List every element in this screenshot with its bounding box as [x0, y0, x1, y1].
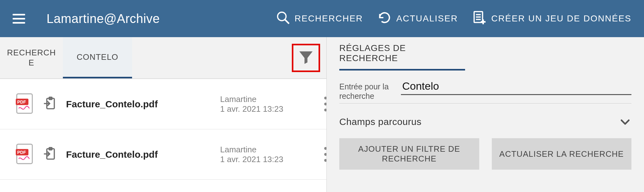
search-entry-input[interactable]	[401, 79, 631, 95]
header-actions: RECHERCHER ACTUALISER CRÉER UN JEU DE DO…	[276, 10, 631, 27]
file-author: Lamartine	[220, 94, 302, 104]
create-dataset-icon	[472, 10, 487, 27]
file-name: Facture_Contelo.pdf	[66, 149, 158, 160]
file-author: Lamartine	[220, 145, 302, 155]
search-action[interactable]: RECHERCHER	[276, 10, 363, 27]
tab-recherche[interactable]: RECHERCHE	[0, 37, 63, 78]
search-label: RECHERCHER	[295, 14, 363, 24]
create-dataset-action[interactable]: CRÉER UN JEU DE DONNÉES	[472, 10, 631, 27]
add-filter-button[interactable]: AJOUTER UN FILTRE DE RECHERCHE	[339, 138, 479, 170]
refresh-search-label: ACTUALISER LA RECHERCHE	[499, 149, 624, 159]
search-settings-title: RÉGLAGES DE RECHERCHE	[339, 37, 465, 71]
file-date: 1 avr. 2021 13:23	[220, 104, 302, 114]
svg-text:PDF: PDF	[17, 150, 26, 155]
tab-contelo[interactable]: CONTELO	[63, 37, 132, 78]
search-entry-label: Entrée pour la recherche	[339, 79, 393, 101]
filter-icon	[297, 48, 315, 67]
search-entry-row: Entrée pour la recherche	[339, 71, 631, 104]
pdf-icon: PDF	[16, 93, 33, 116]
file-name: Facture_Contelo.pdf	[66, 99, 158, 110]
import-icon	[43, 97, 57, 112]
svg-line-1	[285, 19, 289, 23]
refresh-search-button[interactable]: ACTUALISER LA RECHERCHE	[492, 138, 632, 170]
svg-text:PDF: PDF	[17, 99, 26, 104]
tab-recherche-label: RECHERCHE	[6, 48, 57, 67]
panel-button-row: AJOUTER UN FILTRE DE RECHERCHE ACTUALISE…	[339, 128, 631, 170]
file-date: 1 avr. 2021 13:23	[220, 155, 302, 164]
champs-label: Champs parcourus	[339, 116, 421, 127]
app-header: Lamartine@Archive RECHERCHER ACTUALISER	[0, 0, 644, 37]
file-meta: Lamartine 1 avr. 2021 13:23	[220, 94, 302, 114]
refresh-action[interactable]: ACTUALISER	[377, 10, 458, 27]
filter-button[interactable]	[292, 44, 320, 72]
menu-icon[interactable]	[13, 11, 28, 26]
tab-contelo-label: CONTELO	[77, 52, 119, 62]
champs-parcourus-row[interactable]: Champs parcourus	[339, 104, 631, 128]
file-meta: Lamartine 1 avr. 2021 13:23	[220, 145, 302, 164]
add-filter-label: AJOUTER UN FILTRE DE RECHERCHE	[342, 144, 476, 164]
refresh-icon	[377, 10, 392, 27]
pdf-icon: PDF	[16, 143, 33, 166]
app-title: Lamartine@Archive	[47, 12, 160, 26]
search-icon	[276, 10, 290, 27]
svg-point-0	[278, 12, 286, 20]
search-settings-panel: RÉGLAGES DE RECHERCHE Entrée pour la rec…	[326, 37, 644, 192]
import-icon	[43, 147, 57, 162]
refresh-label: ACTUALISER	[396, 14, 458, 24]
chevron-down-icon	[619, 116, 631, 128]
create-dataset-label: CRÉER UN JEU DE DONNÉES	[491, 14, 631, 24]
